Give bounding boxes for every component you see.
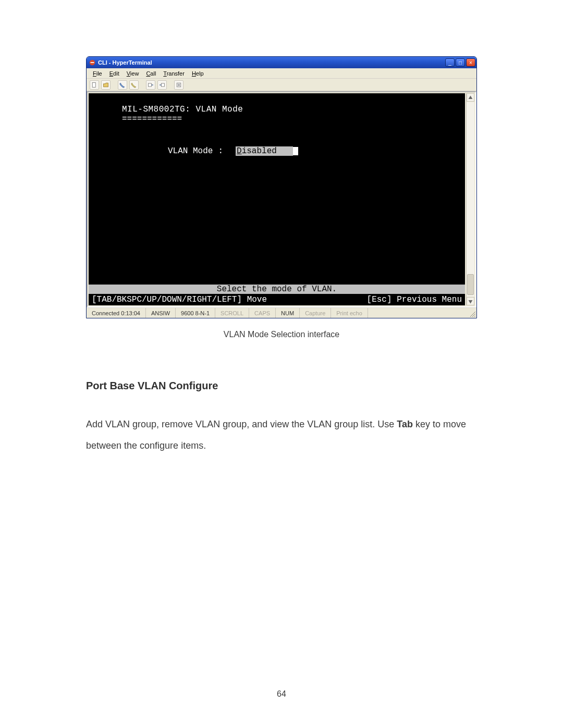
scroll-up-icon[interactable] bbox=[467, 93, 474, 102]
nav-hint-left: [TAB/BKSPC/UP/DOWN/RIGHT/LEFT] Move bbox=[92, 295, 267, 304]
device-title: MIL-SM8002TG: VLAN Mode bbox=[101, 105, 452, 114]
tool-new-icon[interactable] bbox=[90, 80, 99, 90]
window-controls: _ □ × bbox=[445, 58, 475, 67]
terminal-content[interactable]: MIL-SM8002TG: VLAN Mode ============ VLA… bbox=[89, 93, 465, 305]
status-encoding: ANSIW bbox=[146, 308, 176, 318]
vlan-mode-label: VLAN Mode bbox=[168, 146, 213, 156]
vertical-scrollbar[interactable] bbox=[466, 93, 474, 305]
field-colon: : bbox=[218, 146, 223, 156]
terminal-cursor bbox=[293, 147, 298, 155]
toolbar-separator bbox=[113, 80, 116, 90]
scroll-thumb[interactable] bbox=[467, 274, 474, 295]
status-scroll: SCROLL bbox=[215, 308, 249, 318]
tool-open-icon[interactable] bbox=[101, 80, 111, 90]
body-bold: Tab bbox=[397, 419, 413, 429]
status-print-echo: Print echo bbox=[331, 308, 368, 318]
tool-properties-icon[interactable] bbox=[174, 80, 183, 90]
app-icon bbox=[89, 59, 96, 66]
scroll-down-icon[interactable] bbox=[467, 297, 474, 305]
nav-hint-right: [Esc] Previous Menu bbox=[367, 295, 462, 304]
body-pre: Add VLAN group, remove VLAN group, and v… bbox=[86, 419, 397, 429]
status-bar: Connected 0:13:04 ANSIW 9600 8-N-1 SCROL… bbox=[87, 307, 476, 318]
svg-rect-4 bbox=[162, 83, 165, 87]
scroll-track[interactable] bbox=[467, 102, 474, 297]
menu-file[interactable]: File bbox=[90, 69, 105, 78]
status-port: 9600 8-N-1 bbox=[176, 308, 215, 318]
toolbar-separator bbox=[169, 80, 172, 90]
menu-help[interactable]: Help bbox=[189, 69, 207, 78]
tool-receive-icon[interactable] bbox=[157, 80, 167, 90]
tool-disconnect-icon[interactable] bbox=[129, 80, 139, 90]
section-paragraph: Add VLAN group, remove VLAN group, and v… bbox=[86, 414, 477, 457]
status-caps: CAPS bbox=[249, 308, 276, 318]
menu-view[interactable]: View bbox=[124, 69, 142, 78]
svg-rect-3 bbox=[149, 83, 152, 87]
window-titlebar[interactable]: CLI - HyperTerminal _ □ × bbox=[87, 57, 476, 68]
tool-send-icon[interactable] bbox=[146, 80, 155, 90]
titlebar-left: CLI - HyperTerminal bbox=[89, 59, 152, 66]
menu-call[interactable]: Call bbox=[143, 69, 159, 78]
close-button[interactable]: × bbox=[466, 58, 475, 67]
hyperterminal-window: CLI - HyperTerminal _ □ × File Edit View… bbox=[86, 56, 477, 318]
toolbar bbox=[87, 79, 476, 91]
menubar: File Edit View Call Transfer Help bbox=[87, 68, 476, 79]
menu-edit[interactable]: Edit bbox=[106, 69, 123, 78]
hint-row: [TAB/BKSPC/UP/DOWN/RIGHT/LEFT] Move [Esc… bbox=[89, 295, 465, 304]
resize-grip-icon[interactable] bbox=[468, 308, 476, 318]
vlan-mode-value[interactable]: Disabled bbox=[236, 146, 293, 156]
page-number: 64 bbox=[0, 689, 563, 699]
status-capture: Capture bbox=[300, 308, 331, 318]
figure-caption: VLAN Mode Selection interface bbox=[86, 330, 477, 339]
toolbar-separator bbox=[141, 80, 144, 90]
body-section: Port Base VLAN Configure Add VLAN group,… bbox=[86, 380, 477, 457]
window-title: CLI - HyperTerminal bbox=[98, 59, 152, 66]
screenshot-figure: CLI - HyperTerminal _ □ × File Edit View… bbox=[86, 56, 477, 339]
status-connected: Connected 0:13:04 bbox=[87, 308, 146, 318]
vlan-mode-row: VLAN Mode : Disabled bbox=[101, 146, 452, 156]
maximize-button[interactable]: □ bbox=[456, 58, 465, 67]
svg-rect-2 bbox=[92, 82, 95, 87]
terminal-pane: MIL-SM8002TG: VLAN Mode ============ VLA… bbox=[87, 91, 476, 307]
prompt-banner: Select the mode of VLAN. bbox=[89, 285, 465, 294]
document-page: CLI - HyperTerminal _ □ × File Edit View… bbox=[0, 0, 563, 728]
client-area: MIL-SM8002TG: VLAN Mode ============ VLA… bbox=[87, 91, 476, 307]
title-underline: ============ bbox=[101, 114, 452, 124]
minimize-button[interactable]: _ bbox=[445, 58, 455, 67]
svg-rect-1 bbox=[91, 62, 94, 63]
menu-transfer[interactable]: Transfer bbox=[160, 69, 188, 78]
section-heading: Port Base VLAN Configure bbox=[86, 380, 477, 392]
tool-call-icon[interactable] bbox=[118, 80, 127, 90]
status-num: NUM bbox=[276, 308, 300, 318]
